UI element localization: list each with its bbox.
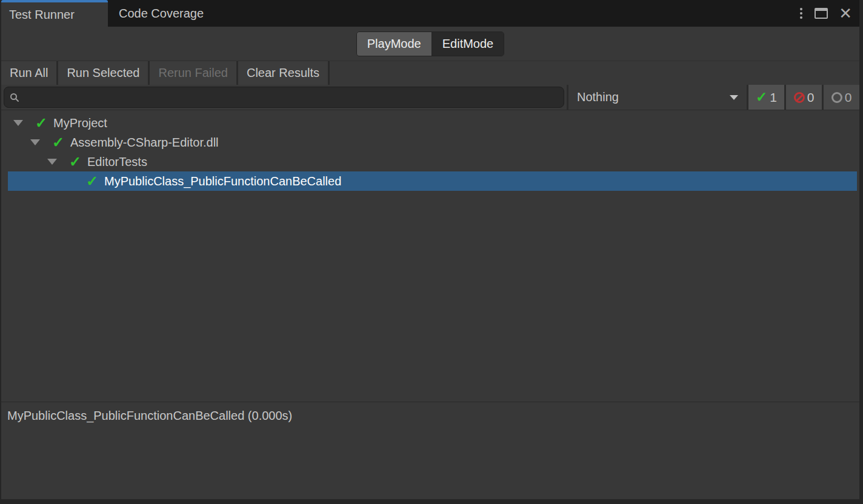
category-filter-value: Nothing [577,90,619,104]
window-tab-bar: Test Runner Code Coverage ✕ [1,0,859,27]
tab-test-runner-label: Test Runner [9,8,75,22]
test-detail-text: MyPublicClass_PublicFunctionCanBeCalled … [7,409,292,422]
search-input[interactable] [19,91,564,104]
filter-bar: Nothing ✓ 1 0 0 [1,85,859,110]
pass-icon: ✓ [86,174,104,188]
chevron-down-icon [730,95,738,100]
pass-icon: ✓ [52,135,70,150]
editmode-button[interactable]: EditMode [432,32,504,56]
clear-results-button[interactable]: Clear Results [238,61,328,85]
tree-row-label: MyPublicClass_PublicFunctionCanBeCalled [104,174,341,188]
skipped-filter-toggle[interactable]: 0 [822,85,859,110]
tree-row-test-case[interactable]: ✓ MyPublicClass_PublicFunctionCanBeCalle… [8,171,857,191]
window-controls: ✕ [799,0,859,27]
mode-toggle-group: PlayMode EditMode [356,31,504,56]
foldout-expanded-icon[interactable] [13,120,35,126]
mode-toggle-row: PlayMode EditMode [1,27,859,61]
pass-icon: ✓ [756,90,767,104]
search-icon [10,93,19,102]
run-all-button[interactable]: Run All [1,61,56,85]
tree-row-label: MyProject [53,116,107,130]
tree-row-myproject[interactable]: ✓ MyProject [1,113,859,133]
search-box [4,87,564,108]
kebab-menu-icon[interactable] [799,7,804,20]
toolbar-spacer [330,61,859,85]
foldout-expanded-icon[interactable] [47,159,69,165]
test-runner-window: Test Runner Code Coverage ✕ PlayMode Edi… [0,0,863,504]
test-tree: ✓ MyProject ✓ Assembly-CSharp-Editor.dll… [1,110,859,402]
tree-row-label: Assembly-CSharp-Editor.dll [70,136,219,150]
window-content: PlayMode EditMode Run All Run Selected R… [1,27,859,499]
pass-icon: ✓ [35,116,53,130]
category-filter-dropdown[interactable]: Nothing [568,85,747,110]
failed-filter-toggle[interactable]: 0 [784,85,822,110]
tab-test-runner[interactable]: Test Runner [1,0,108,27]
close-icon[interactable]: ✕ [839,5,852,21]
tab-code-coverage[interactable]: Code Coverage [108,0,215,27]
tree-row-label: EditorTests [87,155,147,169]
playmode-button[interactable]: PlayMode [357,32,432,56]
toolbar: Run All Run Selected Rerun Failed Clear … [1,61,859,85]
passed-count: 1 [770,90,777,105]
tab-code-coverage-label: Code Coverage [119,7,204,21]
passed-filter-toggle[interactable]: ✓ 1 [747,85,784,110]
skip-icon [831,92,842,103]
tree-row-editortests[interactable]: ✓ EditorTests [1,152,859,171]
maximize-icon[interactable] [815,8,828,19]
search-field-wrap [1,85,567,110]
tree-row-assembly[interactable]: ✓ Assembly-CSharp-Editor.dll [1,133,859,152]
failed-count: 0 [807,90,815,105]
pass-icon: ✓ [69,154,87,169]
test-detail-panel: MyPublicClass_PublicFunctionCanBeCalled … [1,402,859,499]
run-selected-button[interactable]: Run Selected [58,61,148,85]
rerun-failed-button[interactable]: Rerun Failed [150,61,236,85]
foldout-expanded-icon[interactable] [30,139,52,145]
fail-icon [794,92,805,103]
skipped-count: 0 [845,90,852,105]
